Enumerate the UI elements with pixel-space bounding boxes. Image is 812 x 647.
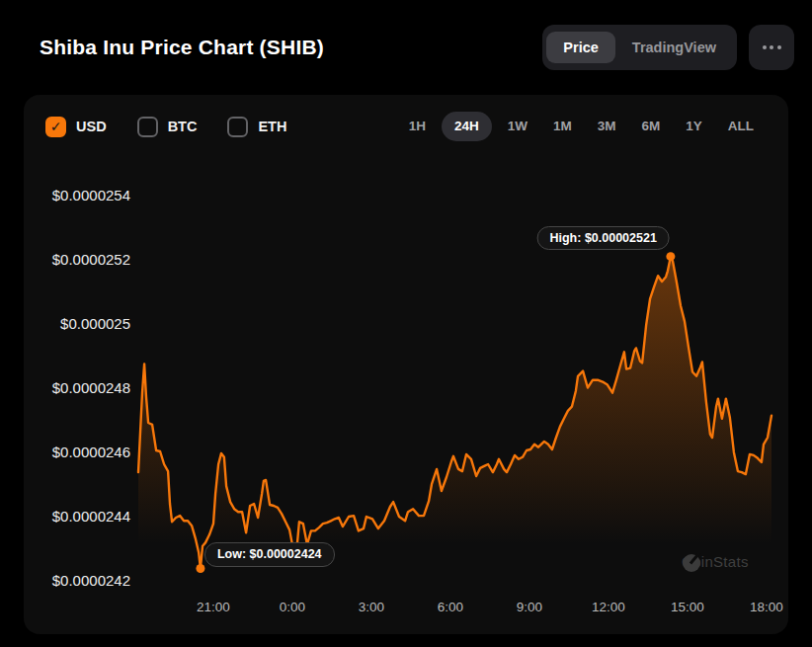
x-axis-tick: 12:00: [577, 600, 640, 614]
y-axis-tick: $0.0000244: [24, 508, 130, 525]
page-header: Shiba Inu Price Chart (SHIB) Price Tradi…: [0, 0, 812, 95]
area-fill: [138, 257, 771, 588]
ellipsis-icon: [763, 45, 767, 49]
tab-price[interactable]: Price: [546, 32, 614, 64]
y-axis-tick: $0.0000248: [24, 379, 130, 396]
y-axis-tick: $0.0000242: [24, 572, 130, 589]
page-title: Shiba Inu Price Chart (SHIB): [40, 36, 324, 59]
price-line-chart: [24, 95, 788, 634]
x-axis-tick: 9:00: [498, 600, 561, 614]
header-actions: Price TradingView: [542, 25, 794, 70]
price-chart[interactable]: $0.0000254$0.0000252$0.000025$0.0000248$…: [24, 95, 788, 634]
y-axis-tick: $0.0000254: [24, 187, 130, 203]
x-axis-tick: 0:00: [261, 600, 324, 614]
y-axis-tick: $0.0000252: [24, 251, 130, 268]
x-axis-tick: 18:00: [735, 600, 798, 614]
coinstats-logo-icon: [682, 553, 701, 573]
high-tooltip: High: $0.00002521: [536, 226, 669, 250]
low-tooltip: Low: $0.00002424: [204, 542, 335, 566]
x-axis-tick: 15:00: [656, 600, 719, 614]
x-axis-tick: 21:00: [182, 600, 245, 614]
low-point-dot: [196, 564, 204, 573]
y-axis-tick: $0.000025: [24, 315, 130, 332]
y-axis-tick: $0.0000246: [24, 444, 130, 460]
chart-card: ✓ USD ✓ BTC ✓ ETH 1H 24H 1W 1M 3M 6M 1Y …: [24, 95, 788, 634]
x-axis-tick: 3:00: [340, 600, 403, 614]
high-point-dot: [666, 252, 675, 261]
view-toggle: Price TradingView: [542, 25, 737, 70]
tab-tradingview[interactable]: TradingView: [615, 32, 733, 64]
coinstats-watermark: CoinStats: [682, 553, 749, 570]
more-options-button[interactable]: [749, 25, 794, 70]
ellipsis-icon: [770, 45, 773, 49]
x-axis-tick: 6:00: [419, 600, 482, 614]
ellipsis-icon: [777, 45, 781, 49]
